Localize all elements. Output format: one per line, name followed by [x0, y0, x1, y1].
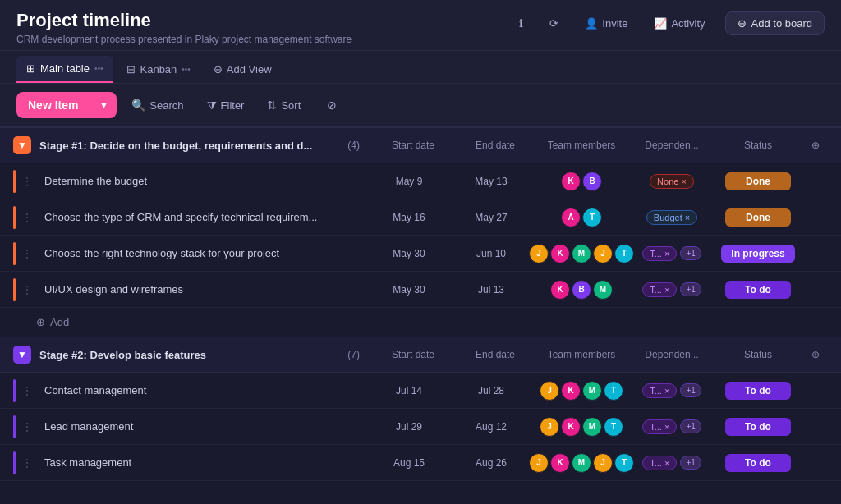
row-team: J K M J T: [532, 244, 631, 263]
row-team: J K M T: [532, 417, 631, 437]
row-status: Done: [713, 172, 803, 190]
row-name: Choose the type of CRM and specify techn…: [38, 211, 368, 223]
add-item-button[interactable]: ⊕ Add: [0, 308, 841, 337]
add-to-board-button[interactable]: ⊕ Add to board: [725, 11, 825, 35]
drag-handle-icon[interactable]: ⋮: [22, 212, 32, 223]
row-team: K B M: [532, 280, 631, 300]
avatar: B: [572, 280, 591, 300]
table-row: ⋮ Lead management Jul 29 Aug 12 J K M T …: [0, 409, 841, 445]
filter-icon: ⧩: [207, 99, 217, 112]
dep-count: +1: [680, 456, 701, 470]
row-end-date: Aug 26: [450, 457, 532, 469]
drag-handle-icon[interactable]: ⋮: [22, 457, 32, 469]
add-column-button[interactable]: ⊕: [803, 140, 828, 151]
dep-tag[interactable]: T... ×: [642, 456, 677, 470]
avatar: J: [593, 453, 613, 473]
row-left: ⋮: [13, 415, 38, 438]
dep-count: +1: [680, 246, 701, 260]
sync-button[interactable]: ⟳: [543, 14, 565, 33]
info-button[interactable]: ℹ: [512, 14, 530, 33]
avatar: K: [561, 381, 581, 401]
row-dep: T... × +1: [631, 246, 713, 261]
tab-main-table[interactable]: ⊞ Main table •••: [16, 56, 113, 83]
invite-button[interactable]: 👤 Invite: [578, 14, 634, 33]
new-item-button[interactable]: New Item ▼: [16, 92, 117, 118]
row-status: To do: [713, 454, 803, 472]
table-row: ⋮ Choose the right technology stack for …: [0, 236, 841, 272]
hide-button[interactable]: ⊘: [319, 94, 345, 117]
avatar: B: [582, 172, 602, 191]
stage-bar: [13, 278, 16, 301]
add-column-button[interactable]: ⊕: [803, 349, 828, 360]
row-status: To do: [713, 382, 803, 400]
row-dep: T... × +1: [631, 383, 713, 398]
stage-1-count: (4): [347, 140, 360, 151]
tab-kanban[interactable]: ⊟ Kanban •••: [117, 57, 200, 82]
dep-tag[interactable]: T... ×: [642, 282, 677, 297]
drag-handle-icon[interactable]: ⋮: [22, 421, 32, 433]
row-start-date: Jul 29: [368, 421, 450, 433]
table-icon: ⊞: [26, 62, 35, 75]
avatar: T: [582, 208, 602, 227]
dep-tag[interactable]: None ×: [650, 174, 694, 189]
add-view-button[interactable]: ⊕ Add View: [204, 57, 282, 82]
stage-bar: [13, 379, 16, 402]
row-start-date: May 9: [368, 176, 450, 187]
stage-2-collapse-button[interactable]: ▼: [13, 346, 31, 364]
plus-circle-icon: ⊕: [738, 17, 747, 30]
drag-handle-icon[interactable]: ⋮: [22, 176, 32, 187]
col-dep: Dependen...: [631, 349, 713, 360]
avatar: J: [540, 381, 559, 401]
table-row: ⋮ Determine the budget May 9 May 13 K B …: [0, 163, 841, 199]
drag-handle-icon[interactable]: ⋮: [22, 385, 32, 396]
dep-tag[interactable]: T... ×: [642, 419, 677, 434]
header-actions: ℹ ⟳ 👤 Invite 📈 Activity ⊕ Add to board: [512, 11, 825, 35]
row-end-date: May 27: [450, 212, 532, 223]
row-name: Contact management: [38, 384, 368, 396]
avatar: J: [540, 417, 559, 437]
toolbar: New Item ▼ 🔍 Search ⧩ Filter ⇅ Sort ⊘: [0, 84, 841, 127]
col-team: Team members: [532, 140, 631, 151]
row-name: Choose the right technology stack for yo…: [38, 247, 368, 259]
stage-bar: [13, 206, 16, 229]
tab-options-icon[interactable]: •••: [94, 64, 103, 73]
row-dep: T... × +1: [631, 419, 713, 434]
invite-icon: 👤: [585, 17, 598, 30]
avatar: T: [604, 417, 623, 437]
stage-1-col-headers: Start date End date Team members Depende…: [368, 140, 828, 151]
tab-options-icon[interactable]: •••: [182, 65, 191, 74]
dep-tag[interactable]: Budget ×: [646, 210, 697, 225]
stage-bar: [13, 451, 16, 474]
row-name: Lead management: [38, 420, 368, 433]
status-badge: To do: [725, 418, 791, 436]
avatar: M: [593, 280, 613, 300]
avatar: K: [561, 172, 581, 191]
avatar: T: [604, 381, 623, 401]
filter-button[interactable]: ⧩ Filter: [199, 94, 253, 117]
row-status: To do: [713, 281, 803, 299]
col-start-date: Start date: [368, 349, 458, 360]
row-start-date: May 16: [368, 212, 450, 223]
status-badge: Done: [725, 172, 791, 190]
status-badge: To do: [725, 382, 791, 400]
stage-2-count: (7): [347, 349, 360, 360]
avatar: M: [572, 244, 591, 263]
row-start-date: May 30: [368, 248, 450, 259]
dep-tag[interactable]: T... ×: [642, 383, 677, 398]
table-row: ⋮ Task management Aug 15 Aug 26 J K M J …: [0, 445, 841, 481]
avatar: J: [593, 244, 613, 263]
sort-button[interactable]: ⇅ Sort: [259, 94, 309, 117]
col-start-date: Start date: [368, 140, 458, 151]
stage-1-collapse-button[interactable]: ▼: [13, 136, 31, 154]
dep-count: +1: [680, 282, 701, 296]
row-team: J K M T: [532, 381, 631, 401]
new-item-dropdown-icon[interactable]: ▼: [90, 93, 117, 117]
search-button[interactable]: 🔍 Search: [123, 94, 191, 117]
activity-button[interactable]: 📈 Activity: [647, 14, 711, 33]
dep-tag[interactable]: T... ×: [642, 246, 677, 261]
drag-handle-icon[interactable]: ⋮: [22, 248, 32, 259]
page-subtitle: CRM development process presented in Pla…: [16, 34, 352, 45]
drag-handle-icon[interactable]: ⋮: [22, 284, 32, 296]
col-status: Status: [713, 140, 803, 151]
status-badge: Done: [725, 208, 791, 227]
